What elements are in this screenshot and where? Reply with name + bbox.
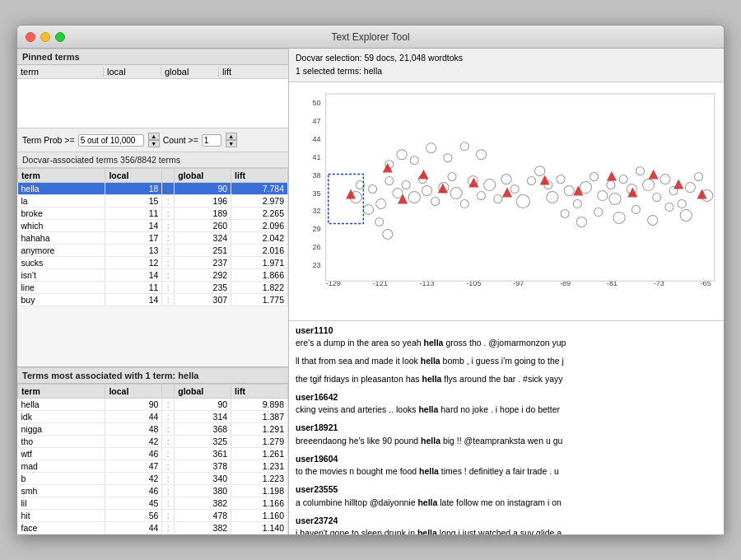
cell-sep: : <box>162 411 175 423</box>
right-top-bar: Docvar selection: 59 docs, 21,048 wordto… <box>289 49 724 82</box>
cell-term: mad <box>18 460 105 473</box>
cell-term: hit <box>18 510 105 522</box>
cell-local: 11 <box>105 208 162 220</box>
highlighted-term: hella <box>421 436 440 446</box>
table-row[interactable]: smh 46 : 380 1.198 <box>18 485 288 497</box>
th-lift: lift <box>231 169 288 183</box>
cell-sep: : <box>162 220 175 232</box>
controls-row: Term Prob >= ▲ ▼ Count >= ▲ ▼ <box>17 128 288 152</box>
text-entry: ll that from sea and made it look hella … <box>296 355 717 368</box>
text-pane[interactable]: user1110ere's a dump in the area so yeah… <box>289 321 724 535</box>
cell-global: 361 <box>175 448 231 460</box>
cell-global: 325 <box>175 436 231 448</box>
pinned-empty-area <box>17 79 288 128</box>
table-row[interactable]: mad 47 : 378 1.231 <box>18 460 288 473</box>
table-row[interactable]: sucks 12 : 237 1.971 <box>18 257 288 269</box>
docvar-line2: 1 selected terms: hella <box>296 65 717 78</box>
assoc-table-scroll[interactable]: term local global lift hella 90 : 90 9.8… <box>17 384 288 534</box>
prob-up[interactable]: ▲ <box>148 133 160 140</box>
text-content: breeendaong he's like 90 pound hella big… <box>296 436 562 446</box>
cell-term: broke <box>18 208 105 220</box>
table-row[interactable]: hit 56 : 478 1.160 <box>18 510 288 522</box>
cell-term: lil <box>18 497 105 510</box>
table-row[interactable]: tho 42 : 325 1.279 <box>18 436 288 448</box>
table-row[interactable]: anymore 13 : 251 2.016 <box>18 245 288 257</box>
cell-sep: : <box>162 522 175 534</box>
table-row[interactable]: hella 18 : 90 7.784 <box>18 183 288 195</box>
cell-global: 314 <box>175 411 231 423</box>
col-term: term <box>21 67 103 77</box>
cell-global: 382 <box>175 497 231 510</box>
user-label: user18921 <box>296 422 338 432</box>
text-entry: user23555a columbine hilltop @daiyonnie … <box>296 483 717 510</box>
prob-input[interactable] <box>78 134 144 147</box>
table-row[interactable]: wtf 46 : 361 1.261 <box>18 448 288 460</box>
table-row[interactable]: hahaha 17 : 324 2.042 <box>18 232 288 245</box>
docvar-table-scroll[interactable]: term local global lift hella 18 : 90 7.7… <box>17 168 288 366</box>
cell-local: 42 <box>105 436 162 448</box>
maximize-button[interactable] <box>55 32 65 42</box>
col-local: local <box>103 67 161 77</box>
count-input[interactable] <box>202 134 221 147</box>
cell-sep: : <box>162 448 175 460</box>
th-sep <box>162 169 175 183</box>
cell-global: 235 <box>175 282 231 294</box>
cell-global: 189 <box>175 208 231 220</box>
table-row[interactable]: face 44 : 382 1.140 <box>18 522 288 534</box>
text-entry: user16642cking veins and arteries .. loo… <box>296 391 717 418</box>
count-down[interactable]: ▼ <box>226 140 237 147</box>
cell-term: idk <box>18 411 105 423</box>
count-label: Count >= <box>163 135 198 145</box>
highlighted-term: hella <box>424 338 444 348</box>
cell-sep: : <box>162 423 175 436</box>
table-row[interactable]: b 42 : 340 1.223 <box>18 473 288 485</box>
text-entry: the tgif fridays in pleasanton has hella… <box>296 373 717 386</box>
table-row[interactable]: hella 90 : 90 9.898 <box>18 399 288 411</box>
cell-local: 42 <box>105 473 162 485</box>
table-row[interactable]: lil 45 : 382 1.166 <box>18 497 288 510</box>
close-button[interactable] <box>26 32 35 42</box>
cell-global: 251 <box>175 245 231 257</box>
count-up[interactable]: ▲ <box>226 133 237 140</box>
cell-global: 382 <box>175 522 231 534</box>
cell-lift: 9.898 <box>231 399 288 411</box>
assoc-header-row: term local global lift <box>18 385 288 399</box>
cell-global: 478 <box>175 510 231 522</box>
count-stepper[interactable]: ▲ ▼ <box>226 133 237 147</box>
table-row[interactable]: nigga 48 : 368 1.291 <box>18 423 288 436</box>
ath-local: local <box>105 385 162 399</box>
table-row[interactable]: la 15 : 196 2.979 <box>18 195 288 208</box>
text-content: cking veins and arteries .. looks hella … <box>296 404 560 414</box>
table-row[interactable]: broke 11 : 189 2.265 <box>18 208 288 220</box>
prob-stepper[interactable]: ▲ ▼ <box>148 133 160 147</box>
cell-term: face <box>18 522 105 534</box>
text-content: the tgif fridays in pleasanton has hella… <box>296 374 563 384</box>
ath-sep <box>162 385 175 399</box>
cell-lift: 1.140 <box>231 522 288 534</box>
assoc-section: Terms most associated with 1 term: hella… <box>17 366 288 534</box>
table-row[interactable]: which 14 : 260 2.096 <box>18 220 288 232</box>
chart-area: 50 47 44 41 38 35 32 29 26 23 -129 -121 … <box>289 82 724 321</box>
cell-lift: 1.971 <box>231 257 288 269</box>
cell-sep: : <box>162 485 175 497</box>
svg-text:32: 32 <box>312 207 320 215</box>
table-row[interactable]: idk 44 : 314 1.387 <box>18 411 288 423</box>
docvar-title: Docvar-associated terms 356/8842 terms <box>17 152 288 168</box>
cell-sep: : <box>162 232 175 245</box>
table-row[interactable]: line 11 : 235 1.822 <box>18 282 288 294</box>
cell-global: 324 <box>175 232 231 245</box>
cell-lift: 2.979 <box>231 195 288 208</box>
user-label: user23555 <box>296 484 338 494</box>
svg-rect-19 <box>326 93 715 280</box>
table-row[interactable]: isn't 14 : 292 1.866 <box>18 269 288 282</box>
cell-global: 90 <box>175 183 231 195</box>
table-row[interactable]: buy 14 : 307 1.775 <box>18 294 288 306</box>
cell-term: hahaha <box>18 232 105 245</box>
cell-sep: : <box>162 510 175 522</box>
cell-sep: : <box>162 497 175 510</box>
prob-down[interactable]: ▼ <box>148 140 160 147</box>
cell-local: 14 <box>105 294 162 306</box>
cell-sep: : <box>162 294 175 306</box>
minimize-button[interactable] <box>40 32 50 42</box>
pinned-table-header: term local global lift <box>17 65 288 79</box>
